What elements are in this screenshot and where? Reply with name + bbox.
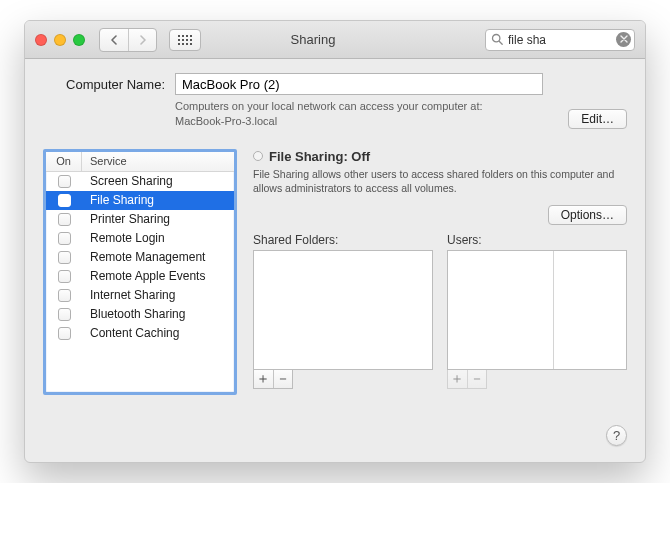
service-row[interactable]: Printer Sharing bbox=[46, 210, 234, 229]
computer-name-field-wrap: Computers on your local network can acce… bbox=[175, 73, 543, 129]
desc-line-1: Computers on your local network can acce… bbox=[175, 100, 483, 112]
service-checkbox[interactable] bbox=[58, 194, 71, 207]
shared-folders-list[interactable] bbox=[253, 250, 433, 370]
service-checkbox[interactable] bbox=[58, 270, 71, 283]
detail-panel: File Sharing: Off File Sharing allows ot… bbox=[253, 149, 627, 389]
service-name: Screen Sharing bbox=[82, 174, 234, 188]
chevron-left-icon bbox=[110, 35, 119, 45]
body: On Service Screen SharingFile SharingPri… bbox=[25, 137, 645, 413]
users-label: Users: bbox=[447, 233, 627, 247]
close-icon bbox=[620, 35, 628, 43]
clear-search-button[interactable] bbox=[616, 32, 631, 47]
options-button[interactable]: Options… bbox=[548, 205, 627, 225]
service-checkbox[interactable] bbox=[58, 308, 71, 321]
svg-line-1 bbox=[499, 41, 502, 44]
service-name: Remote Management bbox=[82, 250, 234, 264]
users-list-names bbox=[448, 251, 554, 369]
service-row[interactable]: Remote Apple Events bbox=[46, 267, 234, 286]
users-list[interactable] bbox=[447, 250, 627, 370]
search-field-wrap bbox=[485, 29, 635, 51]
service-name: Internet Sharing bbox=[82, 288, 234, 302]
col-on-header[interactable]: On bbox=[46, 152, 82, 171]
service-row[interactable]: Screen Sharing bbox=[46, 172, 234, 191]
search-input[interactable] bbox=[485, 29, 635, 51]
users-col: Users: ＋ － bbox=[447, 233, 627, 389]
service-name: Remote Login bbox=[82, 231, 234, 245]
service-name: Content Caching bbox=[82, 326, 234, 340]
service-list: Screen SharingFile SharingPrinter Sharin… bbox=[46, 172, 234, 392]
service-name: File Sharing bbox=[82, 193, 234, 207]
desc-line-2: MacBook-Pro-3.local bbox=[175, 115, 277, 127]
service-name: Bluetooth Sharing bbox=[82, 307, 234, 321]
edit-button[interactable]: Edit… bbox=[568, 109, 627, 129]
service-row[interactable]: Content Caching bbox=[46, 324, 234, 343]
service-name: Printer Sharing bbox=[82, 212, 234, 226]
users-remove-button[interactable]: － bbox=[467, 370, 486, 388]
status-title: File Sharing: Off bbox=[269, 149, 370, 164]
sharing-window: Sharing Computer Name: Computers on your… bbox=[24, 20, 646, 463]
service-table: On Service Screen SharingFile SharingPri… bbox=[43, 149, 237, 395]
minimize-button[interactable] bbox=[54, 34, 66, 46]
window-controls bbox=[35, 34, 85, 46]
search-icon bbox=[491, 33, 504, 46]
service-row[interactable]: Remote Management bbox=[46, 248, 234, 267]
service-checkbox[interactable] bbox=[58, 327, 71, 340]
shared-folders-add-button[interactable]: ＋ bbox=[254, 370, 273, 388]
service-row[interactable]: Remote Login bbox=[46, 229, 234, 248]
shared-folders-remove-button[interactable]: － bbox=[273, 370, 292, 388]
service-row[interactable]: File Sharing bbox=[46, 191, 234, 210]
zoom-button[interactable] bbox=[73, 34, 85, 46]
service-checkbox[interactable] bbox=[58, 213, 71, 226]
shared-folders-col: Shared Folders: ＋ － bbox=[253, 233, 433, 389]
status-row: File Sharing: Off bbox=[253, 149, 627, 164]
service-checkbox[interactable] bbox=[58, 232, 71, 245]
window-title: Sharing bbox=[149, 32, 477, 47]
service-row[interactable]: Bluetooth Sharing bbox=[46, 305, 234, 324]
back-button[interactable] bbox=[100, 29, 128, 51]
service-checkbox[interactable] bbox=[58, 175, 71, 188]
users-pm: ＋ － bbox=[447, 370, 487, 389]
service-table-header: On Service bbox=[46, 152, 234, 172]
status-desc: File Sharing allows other users to acces… bbox=[253, 167, 627, 195]
service-checkbox[interactable] bbox=[58, 251, 71, 264]
folders-row: Shared Folders: ＋ － Users: ＋ － bbox=[253, 233, 627, 389]
users-list-perms bbox=[554, 251, 626, 369]
col-service-header[interactable]: Service bbox=[82, 152, 234, 171]
titlebar: Sharing bbox=[25, 21, 645, 59]
chevron-right-icon bbox=[138, 35, 147, 45]
help-button[interactable]: ? bbox=[606, 425, 627, 446]
computer-name-label: Computer Name: bbox=[43, 73, 165, 129]
computer-name-input[interactable] bbox=[175, 73, 543, 95]
service-checkbox[interactable] bbox=[58, 289, 71, 302]
users-add-button[interactable]: ＋ bbox=[448, 370, 467, 388]
status-indicator-off-icon bbox=[253, 151, 263, 161]
close-button[interactable] bbox=[35, 34, 47, 46]
shared-folders-label: Shared Folders: bbox=[253, 233, 433, 247]
computer-name-row: Computer Name: Computers on your local n… bbox=[25, 59, 645, 137]
service-name: Remote Apple Events bbox=[82, 269, 234, 283]
service-row[interactable]: Internet Sharing bbox=[46, 286, 234, 305]
shared-folders-pm: ＋ － bbox=[253, 370, 293, 389]
computer-name-desc: Computers on your local network can acce… bbox=[175, 99, 543, 129]
